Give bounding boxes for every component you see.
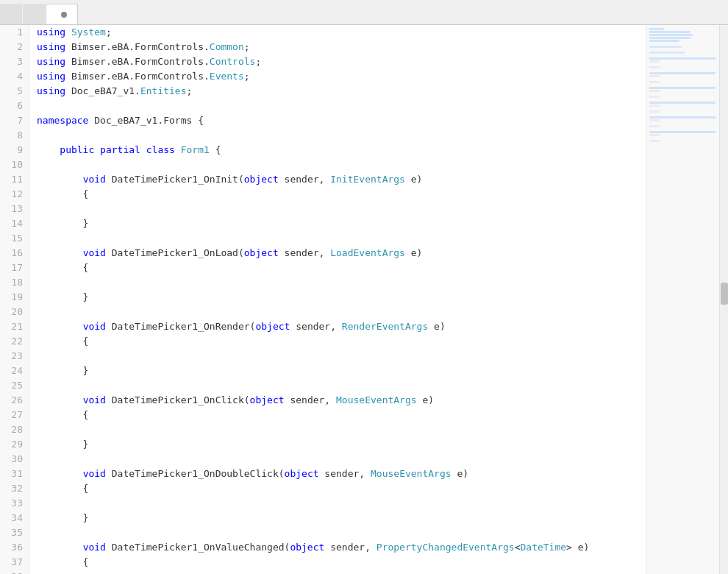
line-number: 16: [0, 246, 29, 261]
code-line: {: [37, 481, 646, 496]
code-line: namespace Doc_eBA7_v1.Forms {: [37, 113, 646, 128]
minimap-content: [646, 25, 719, 146]
line-number: 8: [0, 128, 29, 143]
code-line: [37, 157, 646, 172]
code-line: using Doc_eBA7_v1.Entities;: [37, 84, 646, 99]
code-line: using Bimser.eBA.FormControls.Common;: [37, 40, 646, 54]
minimap-line: [649, 72, 715, 74]
line-number: 21: [0, 319, 29, 334]
line-number: 11: [0, 172, 29, 187]
code-line: using Bimser.eBA.FormControls.Events;: [37, 69, 646, 84]
tab-form1ts[interactable]: [23, 4, 45, 24]
minimap: [646, 25, 719, 574]
line-number: 25: [0, 378, 29, 393]
minimap-line: [649, 134, 660, 136]
code-line: public partial class Form1 {: [37, 143, 646, 157]
line-number: 2: [0, 40, 29, 54]
line-number: 17: [0, 261, 29, 275]
minimap-line: [649, 81, 660, 83]
code-line: [37, 349, 646, 364]
minimap-line: [649, 104, 660, 107]
line-number: 10: [0, 157, 29, 172]
code-line: {: [37, 261, 646, 275]
line-number: 33: [0, 496, 29, 511]
line-number: 28: [0, 422, 29, 437]
line-number: 5: [0, 84, 29, 99]
line-number: 6: [0, 99, 29, 113]
line-number: 13: [0, 202, 29, 216]
code-line: [37, 231, 646, 246]
line-number: 7: [0, 113, 29, 128]
line-number: 34: [0, 511, 29, 525]
scrollbar-track[interactable]: [719, 25, 728, 574]
code-line: void DateTimePicker1_OnDoubleClick(objec…: [37, 467, 646, 481]
code-line: void DateTimePicker1_OnClick(object send…: [37, 393, 646, 408]
line-number: 24: [0, 364, 29, 378]
line-number: 31: [0, 467, 29, 481]
minimap-line: [649, 46, 682, 48]
minimap-line: [649, 40, 679, 42]
code-line: [37, 128, 646, 143]
line-number: 12: [0, 187, 29, 202]
code-line: void DateTimePicker1_OnValueChanged(obje…: [37, 540, 646, 555]
tab-form1cs[interactable]: [46, 4, 78, 24]
code-line: [37, 202, 646, 216]
line-number: 29: [0, 437, 29, 452]
code-line: using Bimser.eBA.FormControls.Controls;: [37, 54, 646, 69]
code-line: [37, 99, 646, 113]
code-line: }: [37, 364, 646, 378]
minimap-line: [649, 125, 660, 127]
scrollbar-thumb[interactable]: [721, 283, 728, 305]
line-number: 19: [0, 290, 29, 305]
minimap-line: [649, 34, 693, 36]
code-line: [37, 525, 646, 540]
minimap-line: [649, 60, 660, 63]
minimap-line: [649, 52, 685, 54]
code-line: }: [37, 290, 646, 305]
code-line: {: [37, 334, 646, 349]
code-line: [37, 378, 646, 393]
code-editor[interactable]: using System;using Bimser.eBA.FormContro…: [29, 25, 646, 574]
line-number: 35: [0, 525, 29, 540]
line-number: 3: [0, 54, 29, 69]
line-number: 4: [0, 69, 29, 84]
code-line: }: [37, 216, 646, 231]
code-line: void DateTimePicker1_OnRender(object sen…: [37, 319, 646, 334]
line-number: 22: [0, 334, 29, 349]
code-line: [37, 422, 646, 437]
minimap-line: [649, 31, 690, 33]
code-line: [37, 275, 646, 290]
line-number: 23: [0, 349, 29, 364]
code-line: using System;: [37, 25, 646, 40]
line-number: 30: [0, 452, 29, 467]
minimap-line: [649, 28, 664, 30]
line-number: 27: [0, 408, 29, 422]
code-line: {: [37, 408, 646, 422]
code-line: void DateTimePicker1_OnLoad(object sende…: [37, 246, 646, 261]
minimap-line: [649, 90, 660, 92]
minimap-line: [649, 131, 715, 133]
code-line: [37, 570, 646, 574]
minimap-line: [649, 119, 660, 121]
line-number: 26: [0, 393, 29, 408]
line-number: 20: [0, 305, 29, 319]
code-line: void DateTimePicker1_OnInit(object sende…: [37, 172, 646, 187]
line-number: 38: [0, 570, 29, 574]
tab-modified-dot: [61, 12, 67, 18]
code-line: [37, 305, 646, 319]
minimap-line: [649, 57, 715, 60]
minimap-line: [649, 75, 660, 77]
minimap-line: [649, 96, 660, 98]
line-numbers: 1234567891011121314151617181920212223242…: [0, 25, 29, 574]
code-line: }: [37, 437, 646, 452]
tab-form1[interactable]: [0, 4, 22, 24]
code-line: {: [37, 555, 646, 570]
code-line: {: [37, 187, 646, 202]
minimap-line: [649, 66, 660, 68]
editor-container: 1234567891011121314151617181920212223242…: [0, 25, 728, 574]
code-line: }: [37, 511, 646, 525]
minimap-line: [649, 140, 660, 142]
minimap-line: [649, 116, 715, 118]
line-number: 37: [0, 555, 29, 570]
minimap-line: [649, 102, 715, 104]
